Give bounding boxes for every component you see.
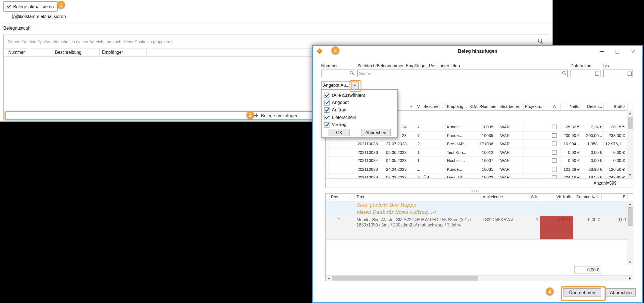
scroll-down-button[interactable] <box>627 259 633 265</box>
minimize-icon <box>600 51 604 52</box>
vertical-scrollbar[interactable] <box>627 110 633 178</box>
positions-grid-header: Pos ... Text Artikelcode Stk. VK Kalk Su… <box>326 194 633 201</box>
row-checkbox[interactable] <box>552 133 557 138</box>
scroll-left-button[interactable] <box>326 276 331 281</box>
search-icon[interactable] <box>538 38 543 45</box>
scroll-up-button[interactable] <box>627 110 633 116</box>
angebot-checkbox[interactable] <box>324 100 329 105</box>
col-deckung[interactable]: Decku... <box>581 103 604 110</box>
column-header-empfaenger[interactable]: Empfänger <box>100 49 146 57</box>
datum-von-label: Datum von <box>570 63 591 68</box>
table-row[interactable]: 202110030 24.04.2023 ... Kunde... 10035 … <box>326 165 633 174</box>
row-checkbox[interactable] <box>552 150 557 154</box>
col-beschreibung[interactable]: Beschrei... <box>422 103 446 110</box>
belegart-popup: (Alle auswählen) Angebot Auftrag Liefers… <box>321 89 398 138</box>
popup-item-alle[interactable]: (Alle auswählen) <box>322 91 397 99</box>
col-empfaenger[interactable]: Empfäng... <box>445 103 468 110</box>
column-header-beschreibung[interactable]: Beschreibung <box>53 49 100 57</box>
belegart-dropdown-button[interactable] <box>351 82 358 89</box>
suche-field <box>357 70 568 77</box>
alle-checkbox[interactable] <box>324 92 329 98</box>
scroll-right-button[interactable] <box>627 276 633 281</box>
row-checkbox[interactable] <box>552 125 557 129</box>
calendar-icon[interactable] <box>628 71 632 75</box>
row-checkbox[interactable] <box>552 158 557 163</box>
col-a[interactable]: A <box>548 103 561 110</box>
positions-grid: Pos ... Text Artikelcode Stk. VK Kalk Su… <box>325 193 633 281</box>
splitter-handle[interactable] <box>472 190 479 192</box>
nummer-field <box>321 70 355 77</box>
col-v[interactable]: V <box>415 103 422 110</box>
sort-arrow-icon[interactable] <box>410 106 412 107</box>
lieferschein-checkbox[interactable] <box>324 114 329 120</box>
column-header-nummer[interactable]: Nummer <box>6 49 53 57</box>
total-field: 0,00 € <box>574 266 601 274</box>
col-dots[interactable]: ... <box>348 194 354 201</box>
dialog-title: Beleg hinzufügen <box>313 49 642 54</box>
col-kd-li-nummer[interactable]: KD/Li-Nummer <box>468 103 499 110</box>
col-bearbeiter[interactable]: Bearbeiter <box>499 103 524 110</box>
vertrag-checkbox[interactable] <box>324 122 329 127</box>
close-button[interactable] <box>625 47 641 57</box>
position-text: Monitor SyncMaster SM S22C450BW LED / 55… <box>354 216 481 240</box>
col-pos[interactable]: Pos <box>330 194 348 201</box>
datum-bis-input[interactable] <box>604 71 628 76</box>
search-icon[interactable] <box>349 71 354 76</box>
vertical-scrollbar[interactable] <box>627 201 633 265</box>
dialog-titlebar[interactable]: Beleg hinzufügen <box>313 46 642 57</box>
search-icon[interactable] <box>562 71 566 76</box>
greeting-row[interactable]: vielen Dank für Ihren Auftrag. :-) <box>326 208 633 216</box>
col-artikelcode[interactable]: Artikelcode <box>481 194 526 201</box>
annotation-badge-1: 1 <box>57 1 65 9</box>
col-summe-kalk[interactable]: Summe Kalk <box>573 194 602 201</box>
position-row[interactable]: 1 Monitor SyncMaster SM S22C450BW LED / … <box>326 216 633 240</box>
scrollbar-thumb[interactable] <box>628 207 632 226</box>
scroll-up-button[interactable] <box>627 201 633 207</box>
section-divider <box>0 23 552 23</box>
annotation-badge-2: 2 <box>246 111 254 119</box>
datum-von-input[interactable] <box>571 71 595 76</box>
uebernehmen-button[interactable]: Übernehmen <box>563 288 601 297</box>
col-text[interactable]: Text <box>354 194 481 201</box>
col-projektnummer[interactable]: Projektn... <box>524 103 548 110</box>
screen: Belege aktualisieren Artikelstamm aktual… <box>0 0 644 303</box>
scrollbar-thumb[interactable] <box>332 276 478 280</box>
calendar-icon[interactable] <box>595 71 599 75</box>
popup-item-lieferschein[interactable]: Lieferschein <box>322 113 397 121</box>
nummer-input[interactable] <box>322 71 350 76</box>
belegart-combo[interactable]: Angebot;Au... <box>321 82 359 89</box>
maximize-button[interactable] <box>609 47 625 57</box>
plus-icon <box>254 113 258 118</box>
popup-item-auftrag[interactable]: Auftrag <box>322 106 397 114</box>
table-row[interactable]: 202110036 05.06.2023 1 Test Kun... 10012… <box>326 148 633 157</box>
col-last[interactable]: E <box>602 194 627 201</box>
col-stk[interactable]: Stk. <box>526 194 540 201</box>
greeting-row[interactable]: Sehr geehrte Bee Happy, <box>326 201 633 208</box>
col-brutto[interactable]: Brutto <box>604 103 628 110</box>
minimize-button[interactable] <box>594 47 609 57</box>
row-count: Anzahl=599 <box>594 180 617 185</box>
popup-cancel-button[interactable]: Abbrechen <box>361 129 391 136</box>
auftrag-checkbox[interactable] <box>324 107 329 112</box>
datum-bis-field <box>603 70 633 77</box>
table-row[interactable]: 202110034 04.05.2023 1 Hochsic... 10007 … <box>326 157 633 165</box>
row-checkbox[interactable] <box>552 142 557 146</box>
row-checkbox[interactable] <box>552 167 557 171</box>
col-vk-kalk[interactable]: VK Kalk <box>540 194 573 201</box>
abbrechen-button[interactable]: Abbrechen <box>606 288 636 297</box>
beleg-hinzufuegen-dialog: Beleg hinzufügen Nummer Suchtext (Belegn… <box>312 45 643 303</box>
popup-item-angebot[interactable]: Angebot <box>322 99 397 106</box>
col-netto[interactable]: Netto <box>561 103 581 110</box>
belege-aktualisieren-checkbox[interactable] <box>6 4 11 9</box>
close-icon <box>631 49 635 54</box>
suche-input[interactable] <box>358 71 562 76</box>
vk-kalk-error-cell: 0,00 € <box>540 216 573 240</box>
horizontal-scrollbar[interactable] <box>326 275 633 281</box>
scroll-down-button[interactable] <box>627 172 633 178</box>
belegart-combo-value: Angebot;Au... <box>322 82 351 89</box>
popup-item-vertrag[interactable]: Vertrag <box>322 121 397 128</box>
popup-ok-button[interactable]: OK <box>329 129 350 136</box>
scrollbar-thumb[interactable] <box>628 117 632 129</box>
belege-aktualisieren-label: Belege aktualisieren <box>13 4 54 9</box>
table-row[interactable]: 202110038 27.07.2023 2 Bee HAP... 171006… <box>326 140 633 148</box>
